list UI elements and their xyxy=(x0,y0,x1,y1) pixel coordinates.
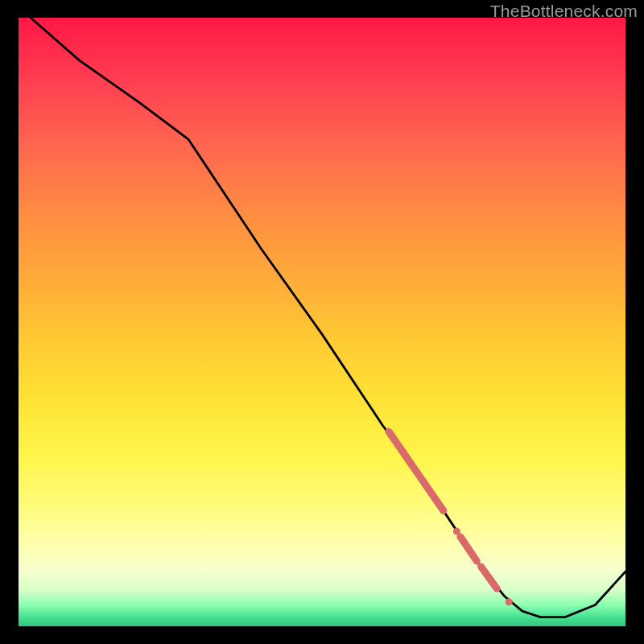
highlight-markers xyxy=(389,431,513,605)
marker-segment xyxy=(389,431,444,510)
chart-container: TheBottleneck.com xyxy=(0,0,644,644)
marker-segment xyxy=(460,537,477,561)
marker-dot xyxy=(506,598,513,605)
line-series-curve xyxy=(31,18,625,617)
watermark-text: TheBottleneck.com xyxy=(490,2,638,21)
chart-overlay xyxy=(19,18,625,626)
marker-segment xyxy=(481,567,497,588)
